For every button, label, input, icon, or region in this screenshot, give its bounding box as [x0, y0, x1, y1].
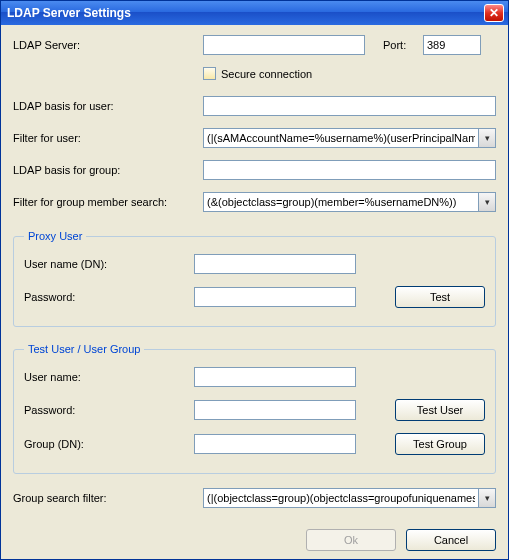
group-search-combo[interactable]: ▾	[203, 488, 496, 508]
chevron-down-icon: ▾	[485, 134, 490, 143]
titlebar: LDAP Server Settings ✕	[1, 1, 508, 25]
secure-connection-checkbox[interactable]	[203, 67, 216, 80]
test-username-label: User name:	[24, 371, 194, 383]
port-input[interactable]	[423, 35, 481, 55]
proxy-password-label: Password:	[24, 291, 194, 303]
filter-user-combo[interactable]: ▾	[203, 128, 496, 148]
group-search-label: Group search filter:	[13, 492, 203, 504]
proxy-username-input[interactable]	[194, 254, 356, 274]
proxy-user-group: Proxy User User name (DN): Password: Tes…	[13, 230, 496, 327]
basis-user-input[interactable]	[203, 96, 496, 116]
chevron-down-icon: ▾	[485, 198, 490, 207]
filter-group-member-dropdown-button[interactable]: ▾	[478, 192, 496, 212]
cancel-button[interactable]: Cancel	[406, 529, 496, 551]
test-password-label: Password:	[24, 404, 194, 416]
test-user-group: Test User / User Group User name: Passwo…	[13, 343, 496, 474]
filter-user-label: Filter for user:	[13, 132, 203, 144]
group-search-input[interactable]	[203, 488, 478, 508]
proxy-password-input[interactable]	[194, 287, 356, 307]
secure-connection-label: Secure connection	[221, 68, 312, 80]
proxy-test-button[interactable]: Test	[395, 286, 485, 308]
proxy-username-label: User name (DN):	[24, 258, 194, 270]
basis-group-label: LDAP basis for group:	[13, 164, 203, 176]
close-icon: ✕	[489, 6, 499, 20]
test-user-button[interactable]: Test User	[395, 399, 485, 421]
filter-group-member-combo[interactable]: ▾	[203, 192, 496, 212]
ok-button[interactable]: Ok	[306, 529, 396, 551]
filter-user-dropdown-button[interactable]: ▾	[478, 128, 496, 148]
test-group-label: Group (DN):	[24, 438, 194, 450]
test-group-button[interactable]: Test Group	[395, 433, 485, 455]
basis-group-input[interactable]	[203, 160, 496, 180]
port-label: Port:	[383, 39, 423, 51]
filter-user-input[interactable]	[203, 128, 478, 148]
window-title: LDAP Server Settings	[7, 6, 131, 20]
test-username-input[interactable]	[194, 367, 356, 387]
proxy-user-legend: Proxy User	[24, 230, 86, 242]
chevron-down-icon: ▾	[485, 494, 490, 503]
test-password-input[interactable]	[194, 400, 356, 420]
group-search-dropdown-button[interactable]: ▾	[478, 488, 496, 508]
test-group-input[interactable]	[194, 434, 356, 454]
ldap-server-label: LDAP Server:	[13, 39, 203, 51]
basis-user-label: LDAP basis for user:	[13, 100, 203, 112]
filter-group-member-label: Filter for group member search:	[13, 196, 203, 208]
filter-group-member-input[interactable]	[203, 192, 478, 212]
test-user-legend: Test User / User Group	[24, 343, 144, 355]
ldap-server-input[interactable]	[203, 35, 365, 55]
close-button[interactable]: ✕	[484, 4, 504, 22]
